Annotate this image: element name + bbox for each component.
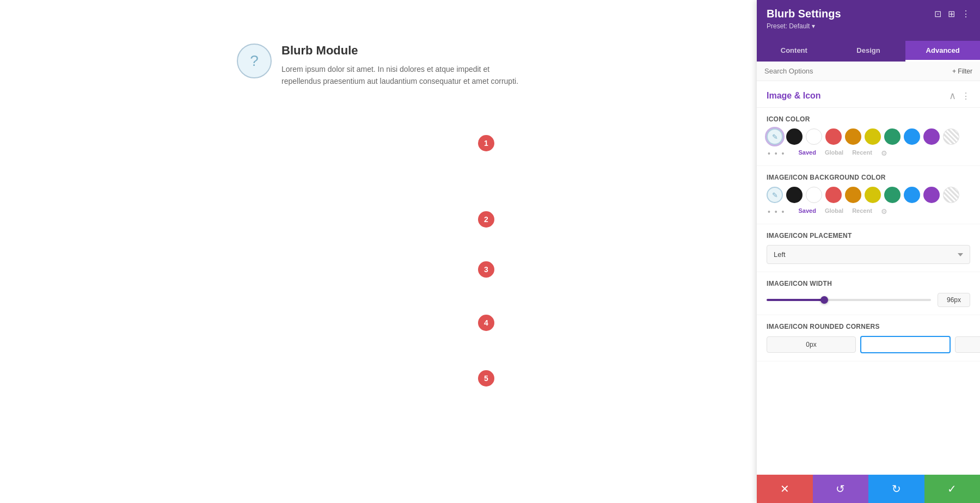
bg-color-global[interactable]: Global — [825, 207, 843, 216]
corners-row — [767, 336, 970, 353]
width-value[interactable]: 96px — [938, 293, 970, 307]
redo-button[interactable]: ↻ — [868, 475, 924, 503]
width-slider-thumb[interactable] — [820, 296, 828, 304]
section-header: Image & Icon ∧ ⋮ — [757, 81, 980, 108]
bg-color-saved[interactable]: Saved — [798, 207, 816, 216]
bg-color-swatches: ✎ — [767, 187, 970, 203]
icon-color-label: Icon Color — [767, 115, 970, 123]
panel-tabs: Content Design Advanced — [757, 41, 980, 62]
badge-5: 5 — [478, 370, 494, 387]
search-input[interactable] — [764, 67, 948, 75]
layout-icon[interactable]: ⊞ — [948, 9, 955, 19]
badge-1: 1 — [478, 135, 494, 151]
icon-color-tabs: • • • Saved Global Recent ⚙ — [767, 149, 970, 158]
bg-color-red[interactable] — [825, 187, 842, 203]
tab-advanced[interactable]: Advanced — [905, 41, 980, 62]
placement-label: Image/Icon Placement — [767, 232, 970, 240]
bg-color-orange[interactable] — [845, 187, 861, 203]
setting-icon-color: Icon Color ✎ • • • Saved Global Recent ⚙ — [757, 108, 980, 166]
placement-select[interactable]: Left Top Right Bottom — [767, 245, 970, 264]
bg-color-tabs: • • • Saved Global Recent ⚙ — [767, 207, 970, 216]
icon-color-white[interactable] — [806, 128, 822, 145]
bg-color-purple[interactable] — [923, 187, 940, 203]
badge-4: 4 — [478, 315, 494, 331]
section-more-icon[interactable]: ⋮ — [961, 91, 970, 101]
badge-2: 2 — [478, 211, 494, 228]
setting-bg-color: Image/Icon Background Color ✎ • • • Save… — [757, 166, 980, 224]
icon-color-purple[interactable] — [923, 128, 940, 145]
bg-color-recent[interactable]: Recent — [852, 207, 872, 216]
tab-content[interactable]: Content — [757, 41, 831, 62]
settings-panel: Blurb Settings ⊡ ⊞ ⋮ Preset: Default ▾ C… — [757, 0, 980, 503]
icon-color-yellow[interactable] — [865, 128, 881, 145]
rounded-label: Image/Icon Rounded Corners — [767, 323, 970, 330]
corner-top-right[interactable] — [860, 336, 951, 353]
bg-color-dots: • • • — [768, 207, 785, 216]
panel-title: Blurb Settings — [767, 8, 841, 20]
blurb-body: Lorem ipsum dolor sit amet. In nisi dolo… — [281, 63, 520, 88]
icon-color-global[interactable]: Global — [825, 149, 843, 158]
corner-bottom-right[interactable] — [955, 336, 980, 353]
panel-search: + Filter — [757, 62, 980, 81]
icon-color-dots: • • • — [768, 149, 785, 158]
filter-button[interactable]: + Filter — [952, 68, 972, 75]
icon-color-swatches: ✎ — [767, 128, 970, 145]
more-icon[interactable]: ⋮ — [961, 9, 970, 19]
bg-color-gear-icon[interactable]: ⚙ — [881, 207, 887, 216]
setting-rounded: Image/Icon Rounded Corners — [757, 315, 980, 361]
icon-color-gear-icon[interactable]: ⚙ — [881, 149, 887, 158]
cancel-button[interactable]: ✕ — [757, 475, 813, 503]
icon-color-black[interactable] — [786, 128, 803, 145]
icon-color-red[interactable] — [825, 128, 842, 145]
bg-color-white[interactable] — [806, 187, 822, 203]
panel-header: Blurb Settings ⊡ ⊞ ⋮ Preset: Default ▾ — [757, 0, 980, 41]
badge-3: 3 — [478, 261, 494, 278]
bg-color-black[interactable] — [786, 187, 803, 203]
setting-width: Image/Icon Width 96px — [757, 272, 980, 315]
section-header-icons: ∧ ⋮ — [949, 90, 970, 102]
screenshot-icon[interactable]: ⊡ — [934, 9, 941, 19]
panel-header-icons: ⊡ ⊞ ⋮ — [934, 9, 970, 19]
width-slider-fill — [767, 299, 824, 301]
save-button[interactable]: ✓ — [924, 475, 981, 503]
icon-color-blue[interactable] — [904, 128, 920, 145]
bg-color-green[interactable] — [884, 187, 901, 203]
width-label: Image/Icon Width — [767, 280, 970, 287]
tab-design[interactable]: Design — [831, 41, 906, 62]
collapse-icon[interactable]: ∧ — [949, 90, 956, 102]
panel-preset[interactable]: Preset: Default ▾ — [767, 22, 970, 30]
blurb-text: Blurb Module Lorem ipsum dolor sit amet.… — [281, 44, 520, 88]
bg-color-label: Image/Icon Background Color — [767, 174, 970, 181]
bg-color-blue[interactable] — [904, 187, 920, 203]
blurb-icon: ? — [237, 44, 272, 78]
icon-color-striped[interactable] — [943, 128, 959, 145]
blurb-title: Blurb Module — [281, 44, 520, 58]
width-slider-track[interactable] — [767, 299, 931, 301]
undo-button[interactable]: ↺ — [813, 475, 869, 503]
panel-footer: ✕ ↺ ↻ ✓ — [757, 475, 980, 503]
section-title: Image & Icon — [767, 91, 821, 101]
panel-body: Image & Icon ∧ ⋮ Icon Color ✎ — [757, 81, 980, 475]
icon-color-eyedropper[interactable]: ✎ — [767, 128, 783, 145]
width-slider-row: 96px — [767, 293, 970, 307]
bg-color-striped[interactable] — [943, 187, 959, 203]
icon-color-saved[interactable]: Saved — [798, 149, 816, 158]
canvas-area: ? Blurb Module Lorem ipsum dolor sit ame… — [0, 0, 757, 503]
setting-placement: Image/Icon Placement Left Top Right Bott… — [757, 224, 980, 272]
bg-color-yellow[interactable] — [865, 187, 881, 203]
blurb-module: ? Blurb Module Lorem ipsum dolor sit ame… — [237, 44, 520, 88]
icon-color-recent[interactable]: Recent — [852, 149, 872, 158]
icon-color-orange[interactable] — [845, 128, 861, 145]
icon-color-green[interactable] — [884, 128, 901, 145]
bg-color-eyedropper[interactable]: ✎ — [767, 187, 783, 203]
corner-top-left[interactable] — [767, 336, 856, 353]
